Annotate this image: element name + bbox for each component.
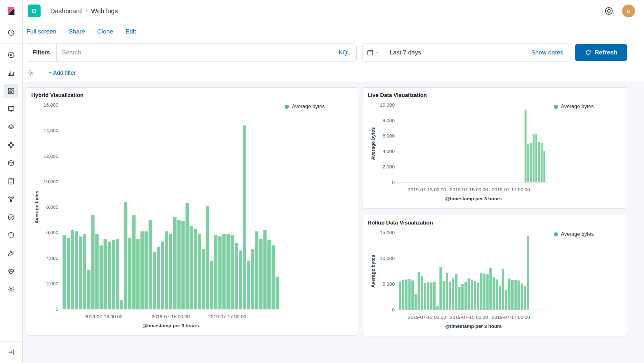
date-picker: Last 7 days Show dates: [362, 43, 569, 62]
sidebar-item-dev-tools[interactable]: [4, 246, 18, 260]
svg-text:10,000: 10,000: [380, 102, 395, 108]
dashboard-grid: Hybrid Visualization 02,0004,0006,0008,0…: [23, 81, 644, 363]
sidebar-item-security[interactable]: [4, 228, 18, 242]
breadcrumb-dashboard-link[interactable]: Dashboard: [50, 7, 82, 15]
svg-text:2019-07-15 00:00: 2019-07-15 00:00: [152, 314, 190, 319]
bar-chart-icon: [7, 69, 15, 77]
filter-row: + Add filter: [23, 64, 644, 81]
svg-text:2019-07-13 00:00: 2019-07-13 00:00: [408, 314, 446, 320]
live-data-bar-chart: 02,0004,0006,0008,00010,0002019-07-13 00…: [368, 100, 549, 204]
legend-dot-icon: [554, 232, 558, 236]
panel-live-data-visualization: Live Data Visualization 02,0004,0006,000…: [362, 87, 627, 208]
calendar-icon: [367, 49, 374, 56]
collapse-menu-button[interactable]: [4, 345, 18, 359]
refresh-button-label: Refresh: [595, 49, 618, 56]
panel-title[interactable]: Hybrid Visualization: [31, 92, 353, 99]
svg-text:@timestamp per 3 hours: @timestamp per 3 hours: [445, 323, 502, 329]
chart-legend[interactable]: Average bytes: [549, 100, 622, 204]
sidebar-item-discover[interactable]: [4, 48, 18, 62]
kibana-logo[interactable]: [0, 0, 22, 22]
search-box: Filters KQL: [26, 43, 357, 62]
right-panel-column: Live Data Visualization 02,0004,0006,000…: [362, 87, 627, 336]
time-range-value[interactable]: Last 7 days: [384, 49, 421, 56]
calendar-button[interactable]: [363, 44, 384, 61]
filter-separator: [39, 73, 44, 73]
svg-text:2019-07-13 00:00: 2019-07-13 00:00: [84, 314, 122, 319]
query-bar: Filters KQL Last 7 days Show dates Refre…: [23, 41, 644, 64]
sidebar-divider: [0, 43, 22, 44]
chart-legend[interactable]: Average bytes: [280, 100, 353, 330]
sidebar-item-monitoring[interactable]: [4, 264, 18, 278]
svg-text:Average bytes: Average bytes: [370, 255, 376, 288]
svg-text:16,000: 16,000: [43, 102, 58, 108]
filter-options-button[interactable]: [27, 69, 34, 76]
svg-text:8,000: 8,000: [382, 118, 395, 123]
svg-text:2019-07-17 00:00: 2019-07-17 00:00: [208, 314, 246, 319]
user-avatar[interactable]: e: [622, 5, 635, 17]
svg-text:4,000: 4,000: [46, 255, 58, 261]
kql-button[interactable]: KQL: [333, 49, 356, 56]
wrench-icon: [7, 249, 15, 257]
kibana-app: D Dashboard / Web logs e Full screen Sha…: [0, 0, 644, 363]
full-screen-link[interactable]: Full screen: [26, 28, 56, 35]
edit-link[interactable]: Edit: [125, 28, 136, 35]
help-icon: [604, 6, 614, 16]
panel-rollup-data-visualization: Rollup Data Visualization 05,00010,00015…: [362, 215, 627, 336]
svg-text:4,000: 4,000: [382, 148, 395, 154]
filters-button[interactable]: Filters: [26, 44, 57, 61]
filter-gear-icon: [27, 69, 34, 76]
add-filter-link[interactable]: + Add filter: [48, 70, 76, 76]
svg-text:0: 0: [392, 179, 395, 185]
sidebar-item-machine-learning[interactable]: [4, 138, 18, 152]
space-badge[interactable]: D: [28, 5, 41, 17]
sidebar-item-canvas[interactable]: [4, 102, 18, 116]
svg-text:12,000: 12,000: [43, 153, 58, 159]
sidebar-item-recently-viewed[interactable]: [4, 25, 18, 40]
share-link[interactable]: Share: [69, 28, 85, 35]
help-button[interactable]: [604, 6, 614, 16]
sidebar-item-uptime[interactable]: [4, 210, 18, 224]
top-header: D Dashboard / Web logs e: [23, 0, 644, 22]
header-actions: e: [604, 5, 635, 17]
main-area: D Dashboard / Web logs e Full screen Sha…: [23, 0, 644, 363]
sidebar-item-logs[interactable]: [4, 174, 18, 188]
sidebar-footer: [0, 341, 22, 363]
svg-text:2019-07-13 00:00: 2019-07-13 00:00: [408, 187, 446, 192]
panel-title[interactable]: Live Data Visualization: [368, 92, 622, 99]
rollup-data-bar-chart: 05,00010,00015,0002019-07-13 00:002019-0…: [368, 227, 549, 331]
panel-title[interactable]: Rollup Data Visualization: [368, 220, 622, 226]
chevron-down-icon: [375, 50, 380, 55]
search-input[interactable]: [57, 49, 333, 56]
sidebar-item-metrics[interactable]: [4, 156, 18, 170]
document-icon: [7, 177, 15, 185]
hybrid-bar-chart: 02,0004,0006,0008,00010,00012,00014,0001…: [31, 100, 280, 330]
sidebar-item-management[interactable]: [4, 282, 18, 296]
gear-icon: [7, 285, 15, 293]
shield-icon: [7, 231, 15, 239]
svg-text:5,000: 5,000: [382, 281, 395, 287]
refresh-button[interactable]: Refresh: [575, 44, 627, 61]
breadcrumb: Dashboard / Web logs: [50, 7, 118, 15]
sidebar-item-visualize[interactable]: [4, 66, 18, 80]
sidebar-item-dashboard[interactable]: [4, 84, 18, 98]
svg-text:2,000: 2,000: [382, 164, 395, 169]
sidebar-item-apm[interactable]: [4, 192, 18, 206]
svg-text:Average bytes: Average bytes: [370, 127, 376, 160]
show-dates-link[interactable]: Show dates: [531, 49, 569, 56]
collapse-menu-icon: [7, 348, 15, 356]
legend-label: Average bytes: [561, 231, 594, 237]
legend-dot-icon: [285, 105, 289, 109]
legend-label: Average bytes: [561, 104, 594, 110]
svg-text:0: 0: [392, 307, 395, 312]
dashboard-toolbar: Full screen Share Clone Edit: [23, 22, 644, 41]
chart-legend[interactable]: Average bytes: [549, 227, 622, 331]
svg-text:14,000: 14,000: [43, 128, 58, 133]
svg-text:6,000: 6,000: [382, 133, 395, 139]
panel-hybrid-visualization: Hybrid Visualization 02,0004,0006,0008,0…: [26, 87, 358, 335]
sidebar-item-maps[interactable]: [4, 120, 18, 134]
svg-text:8,000: 8,000: [46, 204, 58, 210]
sidebar-icon-list: [0, 22, 22, 296]
svg-text:6,000: 6,000: [46, 230, 58, 235]
svg-text:2019-07-15 00:00: 2019-07-15 00:00: [450, 187, 488, 192]
clone-link[interactable]: Clone: [97, 28, 113, 35]
